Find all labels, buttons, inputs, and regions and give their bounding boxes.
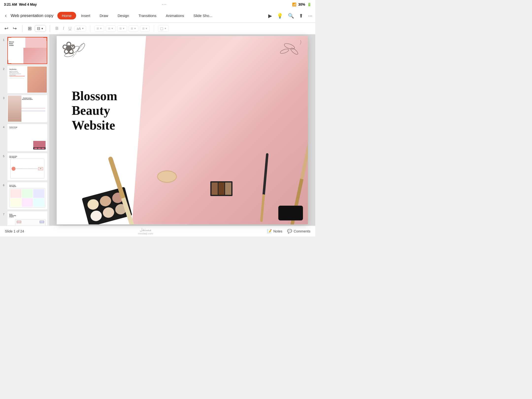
para-spacing-button[interactable]: ≡ ▼ — [129, 25, 138, 32]
shapes-button[interactable]: ◻ ▼ — [158, 25, 169, 32]
title-line2: Beauty — [72, 103, 117, 118]
slide3-thumbnail: Detailed systemphysical description — [8, 96, 47, 122]
toolbar-sep-4 — [154, 25, 154, 32]
line-spacing-icon: ≡ — [119, 26, 122, 31]
square-palette — [210, 181, 233, 196]
palette-color-1 — [86, 198, 100, 211]
square-palette-grid — [212, 183, 231, 195]
slide-thumb-4[interactable]: 4 System DesignFeatures & Overview — [7, 124, 47, 151]
toolbar-insert-group: ⊞ ⊟ ▼ — [26, 25, 46, 32]
thumb6-cell1 — [10, 189, 21, 198]
numbered-list-button[interactable]: ≡ ▼ — [106, 25, 116, 32]
status-right: 📶 30% 🔋 — [292, 2, 311, 6]
comments-label: Comments — [294, 229, 310, 233]
slide-thumb-3[interactable]: 3 Detailed systemphysical description — [7, 95, 47, 122]
redo-button[interactable]: ↪ — [11, 25, 18, 32]
thumb1-makeup-area — [23, 48, 47, 64]
thumb6-cell2 — [22, 189, 33, 198]
slide-thumb-5[interactable]: 5 Zero level dataflow diagram DFD — [7, 153, 47, 180]
slide-thumb-6[interactable]: 6 level-1 dataflow diagram — [7, 182, 47, 209]
toolbar-list-format: ≡ ▼ ≡ ▼ ≡ ▼ ≡ ▼ ≡ ▼ — [94, 25, 150, 32]
svg-point-2 — [64, 52, 74, 57]
thumb5-arrow1 — [16, 168, 38, 169]
slide-thumb-container-7: 7 EntityRelationshipDiagram — [2, 211, 47, 226]
slide-num-6: 6 — [3, 184, 4, 187]
leaf-tr — [273, 38, 305, 62]
selection-corner-tl — [7, 37, 11, 41]
svg-point-4 — [73, 45, 74, 46]
tab-design[interactable]: Design — [113, 12, 133, 19]
slide-thumb-inner-4: System DesignFeatures & Overview — [7, 124, 47, 151]
battery-icon: 🔋 — [307, 2, 311, 6]
search-button[interactable]: 🔍 — [288, 13, 294, 19]
slide1-makeup-bg — [132, 36, 308, 224]
tab-draw[interactable]: Draw — [95, 12, 113, 19]
svg-point-3 — [72, 46, 73, 47]
tab-slideshow[interactable]: Slide Sho... — [189, 12, 217, 19]
bold-button[interactable]: B — [54, 25, 60, 32]
toolbar-sep-1 — [22, 25, 22, 32]
view-icon: ⊟ — [37, 26, 40, 31]
slide-counter: Slide 1 of 24 — [5, 229, 24, 233]
slide-thumb-inner-7: EntityRelationshipDiagram — [7, 211, 47, 226]
slide-num-1: 1 — [3, 38, 4, 41]
lightbulb-button[interactable]: 💡 — [277, 13, 283, 19]
selection-corner-bl — [7, 60, 11, 64]
slide-thumb-7[interactable]: 7 EntityRelationshipDiagram — [7, 211, 47, 226]
document-title[interactable]: Web presentation copy — [11, 13, 53, 18]
tab-home[interactable]: Home — [57, 12, 76, 19]
slide-thumb-inner-2: Introduction Digital Process ModelSoftwa… — [7, 66, 47, 93]
slide-num-3: 3 — [3, 97, 4, 100]
undo-button[interactable]: ↩ — [3, 25, 10, 32]
slide-thumb-inner-5: Zero level dataflow diagram DFD — [7, 153, 47, 180]
toolbar-sep-2 — [50, 25, 50, 32]
comments-button[interactable]: 💬 Comments — [287, 229, 310, 233]
slides-panel[interactable]: 1 BlossomBeautyWebsite — [0, 34, 49, 226]
tab-insert[interactable]: Insert — [77, 12, 95, 19]
slide-thumb-inner-3: Detailed systemphysical description — [7, 95, 47, 122]
italic-button[interactable]: I — [61, 25, 66, 32]
slide1-thumbnail: BlossomBeautyWebsite — [8, 37, 47, 64]
thumb2-line — [9, 76, 25, 76]
notes-button[interactable]: 📝 Notes — [267, 229, 283, 233]
more-button[interactable]: ··· — [308, 13, 312, 18]
share-button[interactable]: ⬆ — [299, 13, 303, 19]
svg-point-1 — [77, 43, 86, 53]
slide-thumb-container-2: 2 Introduction Digital Process ModelSoft… — [2, 66, 47, 93]
thumb2-title: Introduction — [9, 68, 17, 70]
slide-thumb-container-4: 4 System DesignFeatures & Overview — [2, 124, 47, 151]
slide-num-7: 7 — [3, 213, 4, 216]
font-size-button[interactable]: aA ▼ — [74, 26, 86, 32]
watermark: مستقل mostaql.com — [138, 227, 153, 235]
toolbar-text-format: B I U aA ▼ — [54, 25, 86, 32]
bullets-button[interactable]: ≡ ▼ — [94, 25, 104, 32]
tab-transitions[interactable]: Transitions — [134, 12, 161, 19]
black-compact — [278, 206, 303, 220]
comments-icon: 💬 — [287, 229, 292, 233]
bullets-icon: ≡ — [97, 26, 99, 31]
thumb2-line3 — [9, 78, 24, 79]
svg-line-5 — [73, 43, 84, 57]
slide-thumb-1[interactable]: 1 BlossomBeautyWebsite — [7, 37, 47, 64]
align-button[interactable]: ≡ ▼ — [140, 25, 150, 32]
thumb2-subtitle: Digital Process ModelSoftware process mo… — [9, 71, 27, 76]
insert-box-button[interactable]: ⊞ — [26, 25, 33, 32]
view-dropdown-button[interactable]: ⊟ ▼ — [35, 25, 46, 32]
line-spacing-button[interactable]: ≡ ▼ — [117, 25, 127, 32]
toolbar-history: ↩ ↪ — [3, 25, 18, 32]
thumb2-image — [27, 66, 47, 93]
slide-thumb-2[interactable]: 2 Introduction Digital Process ModelSoft… — [7, 66, 47, 93]
play-button[interactable]: ▶ — [268, 13, 272, 19]
slide-canvas[interactable]: ❀ — [57, 36, 308, 224]
thumb3-face-img — [8, 96, 21, 122]
svg-point-0 — [67, 45, 81, 55]
slide-area[interactable]: ❀ — [49, 34, 315, 226]
toolbar-shapes: ◻ ▼ — [158, 25, 169, 32]
tab-animations[interactable]: Animations — [161, 12, 188, 19]
back-button[interactable]: ‹ — [3, 12, 9, 20]
svg-point-7 — [280, 48, 289, 54]
underline-button[interactable]: U — [67, 25, 73, 32]
thumb5-title-text: Zero level dataflow diagram — [9, 156, 17, 158]
status-bar: 3:21 AM Wed 4 May ··· 📶 30% 🔋 — [0, 0, 315, 9]
font-size-arrow: ▼ — [82, 27, 84, 30]
